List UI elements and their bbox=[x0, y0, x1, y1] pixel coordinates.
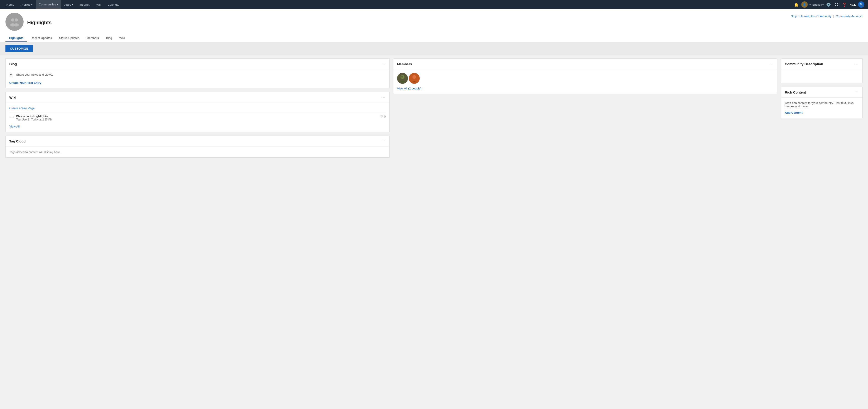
wiki-entry-meta: Test User2 | Today at 2:25 PM bbox=[16, 118, 52, 121]
svg-point-7 bbox=[14, 23, 19, 27]
nav-home[interactable]: Home bbox=[4, 0, 17, 9]
rich-content-header: Rich Content ··· bbox=[781, 87, 862, 98]
add-content-link[interactable]: Add Content bbox=[785, 111, 803, 114]
nav-profiles[interactable]: Profiles ▾ bbox=[18, 0, 35, 9]
hcl-logo: HCL bbox=[849, 3, 856, 6]
tab-recent-updates[interactable]: Recent Updates bbox=[27, 34, 56, 42]
apps-chevron-icon: ▾ bbox=[72, 3, 73, 6]
nav-calendar[interactable]: Calendar bbox=[105, 0, 122, 9]
svg-point-4 bbox=[11, 18, 14, 22]
user-avatar[interactable]: 👤 bbox=[801, 1, 808, 8]
tab-highlights[interactable]: Highlights bbox=[5, 34, 27, 42]
rich-content-body: Craft rich content for your community. P… bbox=[781, 98, 862, 118]
wiki-entry-author: Test User2 bbox=[16, 118, 29, 121]
blog-card-title: Blog bbox=[9, 62, 17, 66]
members-view-all-link[interactable]: View All (2 people) bbox=[397, 87, 421, 90]
svg-rect-1 bbox=[837, 3, 838, 4]
community-header: Highlights Stop Following this Community… bbox=[0, 9, 868, 42]
apps-icon[interactable] bbox=[834, 2, 839, 7]
communities-chevron-icon: ▾ bbox=[57, 3, 58, 6]
community-title: Highlights bbox=[27, 20, 52, 26]
blog-card-body: 🗒 Share your news and views. Create Your… bbox=[6, 69, 389, 88]
community-description-card: Community Description ··· bbox=[781, 59, 863, 83]
svg-point-12 bbox=[412, 75, 416, 79]
nav-right: 🔔 👤 ▾ English ▾ ⚙️ ❓ HCL 🔍 bbox=[793, 1, 864, 8]
rich-content-menu[interactable]: ··· bbox=[855, 90, 859, 94]
svg-point-10 bbox=[401, 76, 403, 78]
nav-mail[interactable]: Mail bbox=[93, 0, 104, 9]
search-button[interactable]: 🔍 bbox=[858, 1, 864, 8]
wiki-card-header: Wiki ··· bbox=[6, 92, 389, 103]
wiki-entry-left: ⟺ Welcome to Highlights Test User2 | Tod… bbox=[9, 114, 52, 121]
members-card-body: View All (2 people) bbox=[394, 69, 777, 94]
members-card-menu[interactable]: ··· bbox=[769, 62, 773, 66]
create-first-entry-link[interactable]: Create Your First Entry bbox=[9, 81, 41, 84]
blog-card-header: Blog ··· bbox=[6, 59, 389, 69]
community-actions-chevron-icon: ▾ bbox=[861, 15, 863, 18]
blog-card-menu[interactable]: ··· bbox=[381, 62, 386, 66]
community-description-body bbox=[781, 69, 862, 83]
wiki-card-menu[interactable]: ··· bbox=[381, 95, 386, 99]
community-description-menu[interactable]: ··· bbox=[855, 62, 859, 66]
member-avatar-2[interactable] bbox=[409, 73, 420, 84]
tag-cloud-card-title: Tag Cloud bbox=[9, 139, 26, 143]
wiki-like-icon[interactable]: ♡ bbox=[380, 114, 383, 118]
rich-content-title: Rich Content bbox=[785, 90, 806, 94]
blog-description: Share your news and views. bbox=[16, 73, 53, 76]
blog-document-icon: 🗒 bbox=[9, 73, 13, 78]
community-actions-right: Stop Following this Community | Communit… bbox=[791, 13, 863, 18]
members-card-title: Members bbox=[397, 62, 412, 66]
profiles-chevron-icon: ▾ bbox=[31, 3, 32, 6]
top-navigation: Home Profiles ▾ Communities ▾ Apps ▾ Int… bbox=[0, 0, 868, 9]
tag-cloud-card-body: Tags added to content will display here. bbox=[6, 146, 389, 158]
grid-icon[interactable]: ⚙️ bbox=[825, 2, 832, 8]
customize-button[interactable]: CUSTOMIZE bbox=[5, 45, 33, 52]
notifications-icon[interactable]: 🔔 bbox=[793, 2, 800, 8]
community-tabs: Highlights Recent Updates Status Updates… bbox=[5, 34, 863, 42]
wiki-card-title: Wiki bbox=[9, 96, 16, 99]
wiki-entry-date: Today at 2:25 PM bbox=[31, 118, 52, 121]
rich-content-description: Craft rich content for your community. P… bbox=[785, 101, 859, 108]
wiki-entry-right: ♡ 0 bbox=[380, 114, 386, 118]
member-avatar-1[interactable] bbox=[397, 73, 408, 84]
svg-rect-2 bbox=[835, 5, 836, 6]
tab-members[interactable]: Members bbox=[83, 34, 102, 42]
nav-apps[interactable]: Apps ▾ bbox=[62, 0, 76, 9]
community-avatar bbox=[5, 13, 24, 31]
tag-cloud-card: Tag Cloud ··· Tags added to content will… bbox=[5, 136, 390, 158]
right-column: Community Description ··· Rich Content ·… bbox=[781, 59, 863, 158]
wiki-entry-title[interactable]: Welcome to Highlights bbox=[16, 114, 52, 118]
svg-rect-0 bbox=[835, 3, 836, 4]
tab-status-updates[interactable]: Status Updates bbox=[56, 34, 83, 42]
tag-cloud-card-menu[interactable]: ··· bbox=[381, 139, 386, 143]
community-header-left: Highlights bbox=[5, 13, 52, 31]
community-actions-dropdown[interactable]: Community Actions ▾ bbox=[836, 14, 863, 18]
community-description-title: Community Description bbox=[785, 62, 823, 66]
nav-communities[interactable]: Communities ▾ bbox=[36, 0, 61, 9]
create-wiki-page-link[interactable]: Create a Wiki Page bbox=[9, 106, 386, 110]
help-icon[interactable]: ❓ bbox=[841, 2, 847, 8]
nav-left: Home Profiles ▾ Communities ▾ Apps ▾ Int… bbox=[4, 0, 122, 9]
wiki-entry: ⟺ Welcome to Highlights Test User2 | Tod… bbox=[9, 112, 386, 123]
rich-content-card: Rich Content ··· Craft rich content for … bbox=[781, 87, 863, 118]
nav-intranet[interactable]: Intranet bbox=[77, 0, 92, 9]
wiki-card: Wiki ··· Create a Wiki Page ⟺ Welcome to… bbox=[5, 92, 390, 132]
wiki-like-count: 0 bbox=[384, 115, 386, 118]
members-card-header: Members ··· bbox=[394, 59, 777, 69]
tab-blog[interactable]: Blog bbox=[102, 34, 116, 42]
tag-cloud-card-header: Tag Cloud ··· bbox=[6, 136, 389, 146]
wiki-entry-arrows-icon: ⟺ bbox=[9, 115, 14, 119]
wiki-card-body: Create a Wiki Page ⟺ Welcome to Highligh… bbox=[6, 103, 389, 132]
wiki-view-all-link[interactable]: View All bbox=[9, 125, 386, 128]
community-header-top: Highlights Stop Following this Community… bbox=[5, 13, 863, 31]
tab-wiki[interactable]: Wiki bbox=[116, 34, 129, 42]
stop-following-button[interactable]: Stop Following this Community bbox=[791, 14, 831, 18]
customize-bar: CUSTOMIZE bbox=[0, 42, 868, 55]
user-menu-chevron-icon[interactable]: ▾ bbox=[809, 3, 811, 6]
svg-rect-3 bbox=[837, 5, 838, 6]
language-selector[interactable]: English ▾ bbox=[812, 3, 824, 6]
left-column: Blog ··· 🗒 Share your news and views. Cr… bbox=[5, 59, 390, 158]
center-column: Members ··· bbox=[393, 59, 777, 158]
main-content: Blog ··· 🗒 Share your news and views. Cr… bbox=[0, 55, 868, 161]
blog-card: Blog ··· 🗒 Share your news and views. Cr… bbox=[5, 59, 390, 88]
